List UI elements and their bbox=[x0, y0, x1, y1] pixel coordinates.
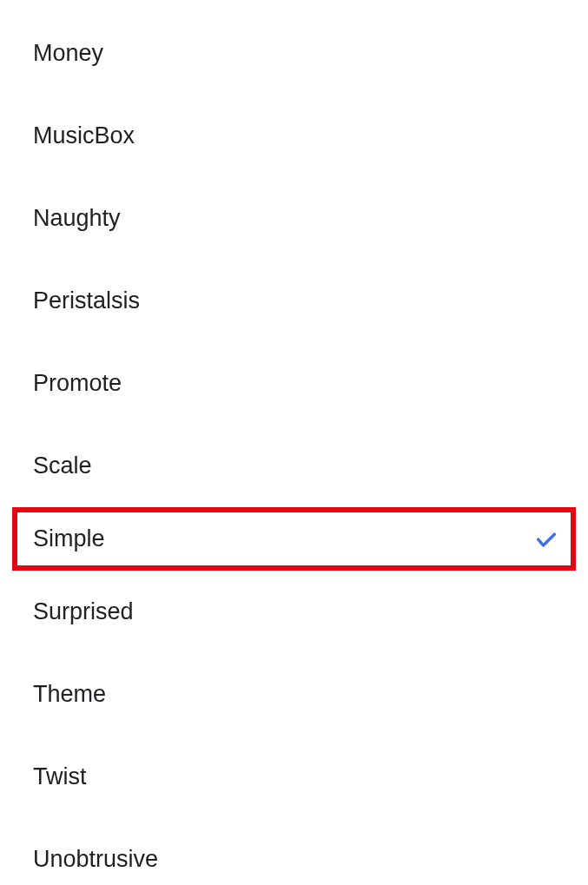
list-item-label: Scale bbox=[33, 454, 92, 478]
list-item-label: Naughty bbox=[33, 207, 121, 230]
list-item-selected[interactable]: Simple bbox=[12, 507, 576, 571]
list-item[interactable]: Scale bbox=[0, 425, 588, 507]
list-item-label: Peristalsis bbox=[33, 289, 140, 313]
list-item[interactable]: Promote bbox=[0, 342, 588, 425]
list-item-label: Surprised bbox=[33, 600, 134, 624]
list-item-label: MusicBox bbox=[33, 124, 135, 148]
list-item-label: Promote bbox=[33, 372, 122, 395]
list-item-label: Unobtrusive bbox=[33, 848, 158, 871]
list-item[interactable]: Theme bbox=[0, 653, 588, 736]
list-item-label: Twist bbox=[33, 765, 87, 789]
list-item[interactable]: Surprised bbox=[0, 571, 588, 653]
list-item-label: Money bbox=[33, 42, 103, 65]
list-item[interactable]: Unobtrusive bbox=[0, 818, 588, 885]
list-item[interactable]: Twist bbox=[0, 736, 588, 818]
list-item-label: Simple bbox=[33, 527, 105, 551]
list-item[interactable]: Peristalsis bbox=[0, 260, 588, 342]
list-item[interactable]: Money bbox=[0, 12, 588, 95]
list-item-label: Theme bbox=[33, 683, 106, 706]
options-list: Money MusicBox Naughty Peristalsis Promo… bbox=[0, 0, 588, 885]
list-item[interactable]: MusicBox bbox=[0, 95, 588, 177]
check-icon bbox=[534, 527, 558, 551]
list-item[interactable]: Naughty bbox=[0, 177, 588, 260]
